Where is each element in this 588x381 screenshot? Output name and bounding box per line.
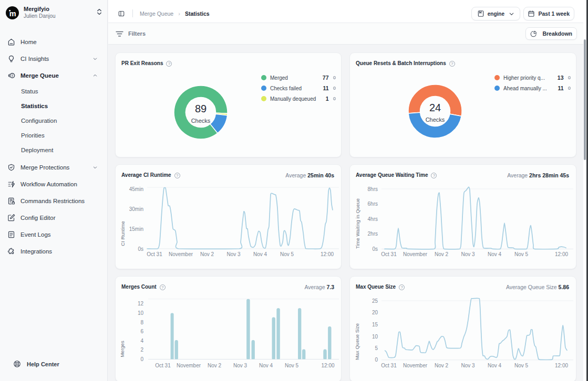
svg-text:Nov 3: Nov 3	[233, 363, 247, 368]
svg-text:30min: 30min	[129, 206, 143, 212]
svg-text:Nov 2: Nov 2	[200, 251, 214, 257]
svg-text:Nov 2: Nov 2	[208, 363, 222, 368]
svg-text:25: 25	[372, 298, 378, 304]
svg-text:Nov 5: Nov 5	[280, 251, 294, 257]
svg-text:Nov 5: Nov 5	[285, 363, 299, 368]
svg-text:2: 2	[140, 347, 143, 353]
svg-text:45min: 45min	[129, 186, 143, 192]
svg-text:November: November	[169, 251, 193, 257]
svg-text:CI Runtime: CI Runtime	[120, 221, 126, 246]
svg-text:Max Queue Size: Max Queue Size	[354, 323, 360, 360]
svg-text:Nov 5: Nov 5	[514, 251, 529, 257]
svg-text:Oct 31: Oct 31	[381, 363, 397, 368]
svg-text:Nov 3: Nov 3	[226, 251, 241, 257]
svg-text:8hrs: 8hrs	[368, 186, 378, 192]
svg-text:Oct 31: Oct 31	[147, 251, 162, 257]
svg-text:6hrs: 6hrs	[368, 201, 378, 207]
svg-text:November: November	[403, 251, 428, 257]
svg-text:2hrs: 2hrs	[368, 231, 378, 237]
svg-text:Time Waiting in Queue: Time Waiting in Queue	[355, 198, 360, 249]
svg-text:4hrs: 4hrs	[368, 216, 378, 222]
svg-text:12:00: 12:00	[555, 363, 568, 368]
svg-text:12:00: 12:00	[555, 251, 568, 257]
svg-text:0s: 0s	[372, 246, 378, 252]
svg-text:Nov 4: Nov 4	[488, 251, 502, 257]
svg-text:Nov 4: Nov 4	[488, 363, 502, 368]
svg-text:12: 12	[138, 301, 144, 306]
svg-text:Checks: Checks	[426, 117, 445, 123]
svg-text:Nov 2: Nov 2	[435, 251, 449, 257]
svg-text:Nov 4: Nov 4	[259, 363, 273, 368]
svg-text:6: 6	[140, 329, 143, 334]
svg-text:Merges: Merges	[119, 341, 125, 357]
svg-text:89: 89	[195, 103, 207, 114]
svg-text:8: 8	[140, 320, 143, 325]
svg-text:November: November	[403, 363, 428, 368]
svg-text:0: 0	[140, 356, 143, 362]
svg-text:15min: 15min	[129, 226, 143, 232]
svg-text:Nov 3: Nov 3	[461, 251, 475, 257]
svg-text:10: 10	[372, 334, 378, 340]
svg-text:24: 24	[429, 102, 441, 113]
svg-text:15: 15	[372, 322, 378, 327]
svg-text:12:00: 12:00	[321, 251, 334, 257]
svg-text:5: 5	[375, 345, 378, 351]
svg-text:Oct 31: Oct 31	[155, 363, 171, 368]
svg-text:Nov 5: Nov 5	[514, 363, 529, 368]
svg-text:0s: 0s	[138, 246, 143, 252]
svg-text:Checks: Checks	[191, 118, 211, 124]
svg-text:Nov 3: Nov 3	[461, 363, 475, 368]
svg-text:10: 10	[138, 310, 144, 316]
svg-text:November: November	[177, 363, 201, 368]
svg-text:Nov 2: Nov 2	[435, 363, 449, 368]
svg-text:Oct 31: Oct 31	[381, 251, 397, 257]
svg-text:20: 20	[372, 310, 378, 315]
svg-text:Nov 4: Nov 4	[253, 251, 267, 257]
svg-text:0: 0	[375, 357, 378, 363]
svg-text:12:00: 12:00	[321, 363, 334, 368]
svg-text:4: 4	[140, 338, 143, 344]
